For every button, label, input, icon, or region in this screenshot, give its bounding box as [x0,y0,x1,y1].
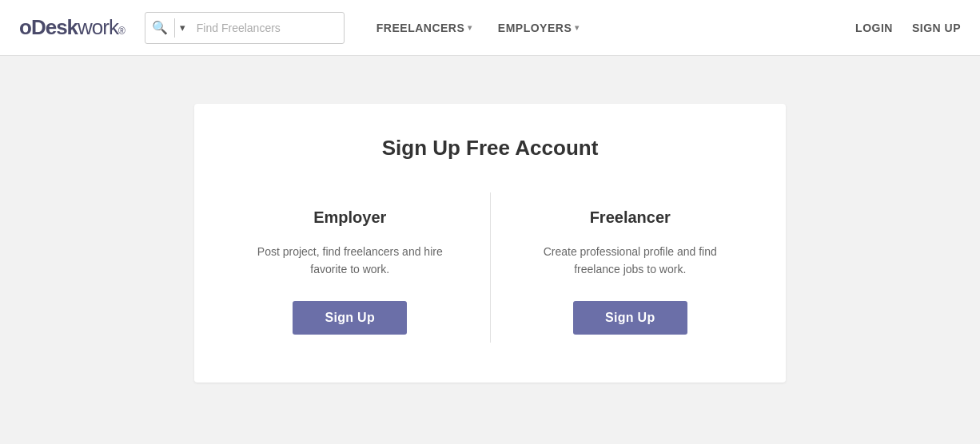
nav-item-employers[interactable]: EMPLOYERS ▾ [498,22,580,34]
employers-label: EMPLOYERS [498,22,572,34]
nav-item-freelancers[interactable]: FREELANCERS ▾ [376,22,472,34]
freelancer-option: Freelancer Create professional profile a… [491,192,771,343]
navbar: oDeskwork® 🔍 ▾ FREELANCERS ▾ EMPLOYERS ▾… [0,0,980,56]
employer-signup-button[interactable]: Sign Up [293,301,407,335]
chevron-down-icon: ▾ [180,22,185,34]
search-bar: 🔍 ▾ [145,12,345,44]
search-icon: 🔍 [145,20,174,35]
search-dropdown-button[interactable]: ▾ [175,22,190,34]
search-input[interactable] [190,22,344,34]
freelancer-signup-button[interactable]: Sign Up [573,301,687,335]
logo-reg: ® [118,26,125,37]
logo-desk: Desk [31,15,78,40]
nav-links: FREELANCERS ▾ EMPLOYERS ▾ [376,22,855,34]
signup-nav-button[interactable]: SIGN UP [912,22,961,34]
employer-description: Post project, find freelancers and hire … [242,243,458,279]
signup-card-title: Sign Up Free Account [210,136,770,161]
logo-o: o [19,15,31,40]
login-button[interactable]: LOGIN [855,22,893,34]
signup-options: Employer Post project, find freelancers … [210,192,770,343]
employers-chevron-icon: ▾ [575,23,580,32]
employer-option: Employer Post project, find freelancers … [210,192,490,343]
freelancer-description: Create professional profile and find fre… [523,243,739,279]
freelancer-title: Freelancer [590,208,671,227]
signup-card: Sign Up Free Account Employer Post proje… [194,104,786,383]
employer-title: Employer [313,208,386,227]
freelancers-label: FREELANCERS [376,22,465,34]
freelancers-chevron-icon: ▾ [468,23,472,32]
auth-links: LOGIN SIGN UP [855,22,961,34]
logo-work: work [78,15,118,40]
main-content: Sign Up Free Account Employer Post proje… [0,56,980,444]
logo[interactable]: oDeskwork® [19,15,125,40]
